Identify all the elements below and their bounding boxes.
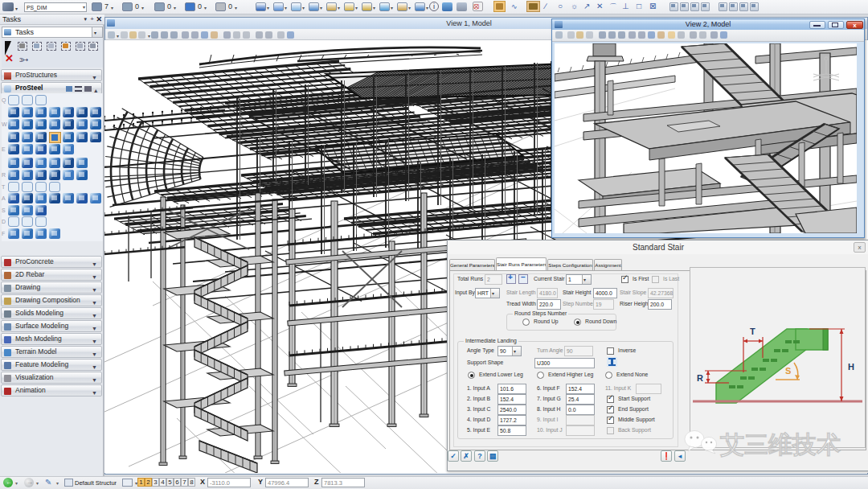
- svg-text:S: S: [785, 366, 791, 376]
- svg-text:R: R: [697, 373, 703, 383]
- svg-text:H: H: [848, 362, 854, 372]
- svg-text:艾三维技术: 艾三维技术: [719, 431, 841, 458]
- svg-text:T: T: [750, 327, 755, 336]
